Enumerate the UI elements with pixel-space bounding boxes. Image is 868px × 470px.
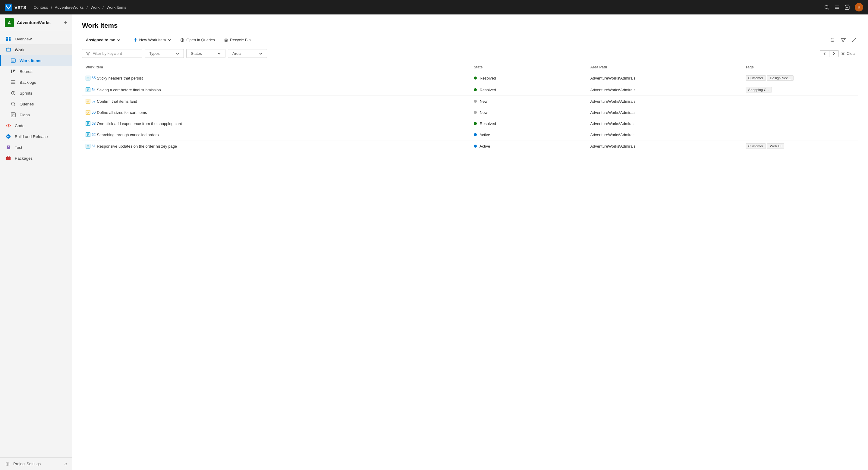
work-item-area-cell: AdventureWorks\Admirals [587,129,742,140]
project-avatar: A [5,18,14,27]
table-row[interactable]: 63 One-click add experience from the sho… [82,118,858,129]
list-icon-button[interactable] [834,4,840,10]
topbar: VSTS Contoso / AdventureWorks / Work / W… [0,0,868,14]
user-story-icon [86,144,90,149]
sidebar-item-queries-label: Queries [20,102,34,106]
work-item-link[interactable]: Confirm that items land [97,99,137,104]
area-chevron-icon [259,52,262,56]
sidebar-item-code[interactable]: Code [0,120,72,131]
search-button[interactable] [824,4,830,10]
add-project-button[interactable]: + [64,20,67,26]
work-item-type-icon [86,110,90,115]
sidebar-item-packages[interactable]: Packages [0,153,72,164]
svg-rect-9 [6,39,8,41]
work-item-id[interactable]: 62 [92,132,96,137]
svg-rect-11 [6,48,10,51]
sidebar-item-sprints[interactable]: Sprints [0,88,72,98]
work-item-link[interactable]: Searching through cancelled orders [97,132,158,137]
assigned-to-me-button[interactable]: Assigned to me [82,36,124,44]
breadcrumb-contoso[interactable]: Contoso [33,5,48,10]
breadcrumb-work-items[interactable]: Work Items [106,5,126,10]
work-item-id[interactable]: 67 [92,99,96,103]
work-item-id[interactable]: 64 [92,88,96,92]
state-dot-indicator [474,111,477,114]
work-item-id[interactable]: 61 [92,144,96,148]
user-avatar[interactable]: U [855,3,863,11]
queries-icon [10,101,16,107]
tag-label: Web UI [767,144,784,149]
settings-label: Project Settings [13,462,41,466]
clear-button[interactable]: Clear [839,50,858,57]
col-area-path: Area Path [587,63,742,72]
area-dropdown[interactable]: Area [228,49,267,58]
work-item-link[interactable]: Saving a cart before final submission [97,88,161,92]
work-item-tags-cell: CustomerWeb UI [742,140,858,152]
table-row[interactable]: 62 Searching through cancelled orders Ac… [82,129,858,140]
keyword-filter[interactable]: Filter by keyword [82,49,142,58]
expand-button[interactable] [850,36,858,44]
svg-point-46 [832,41,833,41]
sidebar-item-packages-label: Packages [15,156,33,161]
column-options-button[interactable] [828,36,837,44]
work-item-title-cell: 63 One-click add experience from the sho… [82,118,470,129]
col-tags: Tags [742,63,858,72]
sidebar-item-boards[interactable]: Boards [0,66,72,77]
collapse-icon[interactable]: « [64,461,67,467]
open-in-queries-button[interactable]: Open in Queries [176,36,219,44]
work-item-tags-cell: CustomerDesign Nee... [742,72,858,84]
work-item-area-cell: AdventureWorks\Admirals [587,107,742,118]
sidebar-item-work-items[interactable]: Work Items [0,55,72,66]
table-row[interactable]: 66 Define all sizes for cart items New A… [82,107,858,118]
breadcrumb-adventureworks[interactable]: AdventureWorks [55,5,84,10]
recycle-bin-label: Recycle Bin [230,38,251,42]
work-item-state-label: Active [479,144,490,149]
work-item-state-label: Active [479,132,490,137]
prev-page-button[interactable] [820,50,830,57]
sidebar-item-overview[interactable]: Overview [0,33,72,44]
svg-rect-8 [9,37,10,38]
tag-label: Shopping C... [746,87,772,93]
table-row[interactable]: 61 Responsive updates on the order histo… [82,140,858,152]
svg-rect-34 [7,156,9,158]
sidebar-item-test[interactable]: Test [0,142,72,153]
test-icon [6,145,11,150]
recycle-bin-button[interactable]: Recycle Bin [220,36,255,44]
work-item-id[interactable]: 66 [92,110,96,115]
types-dropdown[interactable]: Types [145,49,184,58]
sidebar-item-queries[interactable]: Queries [0,98,72,109]
work-item-tags-cell [742,96,858,107]
work-item-id[interactable]: 65 [92,76,96,80]
overview-icon [6,36,11,41]
next-page-button[interactable] [830,50,839,57]
breadcrumb-work[interactable]: Work [91,5,100,10]
table-row[interactable]: 67 Confirm that items land New Adventure… [82,96,858,107]
filter-keyword-icon [86,52,90,56]
tag-label: Customer [746,144,766,149]
project-settings[interactable]: Project Settings « [0,457,72,470]
states-dropdown[interactable]: States [186,49,225,58]
work-item-link[interactable]: Sticky headers that persist [97,76,143,81]
sidebar-item-backlogs[interactable]: Backlogs [0,77,72,88]
work-item-type-icon [86,132,90,137]
table-row[interactable]: 64 Saving a cart before final submission… [82,84,858,96]
filter-button[interactable] [839,36,847,44]
new-work-item-button[interactable]: New Work Item [130,36,176,44]
sidebar-item-work[interactable]: Work [0,44,72,55]
sidebar-item-plans[interactable]: Plans [0,109,72,120]
work-item-link[interactable]: Define all sizes for cart items [97,110,147,115]
work-item-area-cell: AdventureWorks\Admirals [587,72,742,84]
filter-icon [841,38,846,42]
main-layout: A AdventureWorks + Overview [0,14,868,470]
work-item-link[interactable]: One-click add experience from the shoppi… [97,121,182,126]
state-dot-indicator [474,145,477,148]
app-logo[interactable]: VSTS [5,4,26,11]
work-item-area-cell: AdventureWorks\Admirals [587,140,742,152]
list-icon [834,4,840,10]
bag-button[interactable] [844,4,850,10]
svg-rect-38 [225,39,227,41]
user-story-icon [86,87,90,92]
table-row[interactable]: 65 Sticky headers that persist Resolved … [82,72,858,84]
work-item-id[interactable]: 63 [92,121,96,126]
work-item-link[interactable]: Responsive updates on the order history … [97,144,177,149]
sidebar-item-build-and-release[interactable]: Build and Release [0,131,72,142]
